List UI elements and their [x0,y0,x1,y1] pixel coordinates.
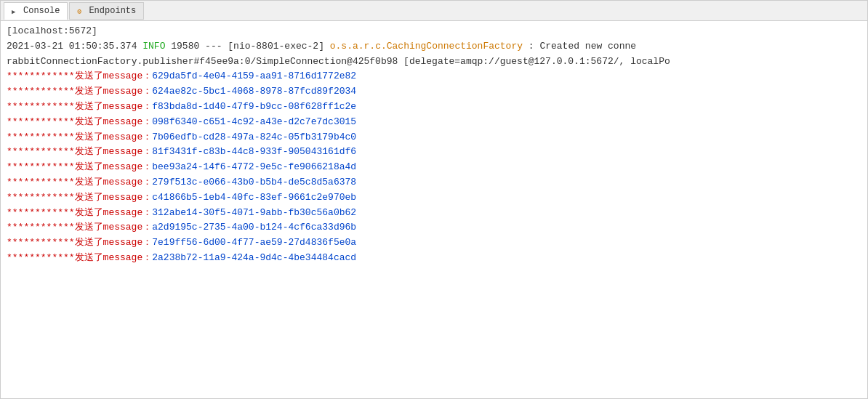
tab-console[interactable]: Console [4,2,68,20]
log-separator: --- [205,41,228,52]
message-line-6: ************发送了message：bee93a24-14f6-477… [7,160,861,175]
message-uuid-8: c41866b5-1eb4-40fc-83ef-9661c2e970eb [152,192,356,203]
message-uuid-0: 629da5fd-4e04-4159-aa91-8716d1772e82 [152,70,356,81]
message-prefix-6: ************发送了message： [7,161,152,172]
message-prefix-1: ************发送了message： [7,86,152,97]
message-uuid-12: 2a238b72-11a9-424a-9d4c-4be34484cacd [152,252,356,263]
message-line-7: ************发送了message：279f513c-e066-43b… [7,175,861,190]
message-line-3: ************发送了message：098f6340-c651-4c9… [7,115,861,130]
message-line-10: ************发送了message：a2d9195c-2735-4a0… [7,220,861,235]
message-prefix-0: ************发送了message： [7,70,152,81]
message-uuid-3: 098f6340-c651-4c92-a43e-d2c7e7dc3015 [152,116,356,127]
message-line-9: ************发送了message：312abe14-30f5-407… [7,206,861,221]
tab-console-label: Console [23,6,60,16]
message-uuid-1: 624ae82c-5bc1-4068-8978-87fcd89f2034 [152,86,356,97]
message-line-0: ************发送了message：629da5fd-4e04-415… [7,69,861,84]
endpoints-icon [77,7,86,15]
message-uuid-9: 312abe14-30f5-4071-9abb-fb30c56a0b62 [152,207,356,218]
tab-endpoints-label: Endpoints [89,6,136,16]
log-level: INFO [142,41,171,52]
message-prefix-8: ************发送了message： [7,192,152,203]
main-window: Console Endpoints [localhost:5672] 2021-… [0,0,868,399]
message-line-5: ************发送了message：81f3431f-c83b-44c… [7,145,861,160]
tab-bar: Console Endpoints [1,1,867,21]
message-line-8: ************发送了message：c41866b5-1eb4-40f… [7,190,861,206]
message-prefix-7: ************发送了message： [7,177,152,188]
log-pid: 19580 [171,41,199,52]
message-line-4: ************发送了message：7b06edfb-cd28-497… [7,130,861,145]
message-prefix-4: ************发送了message： [7,132,152,142]
message-uuid-10: a2d9195c-2735-4a00-b124-4cf6ca33d96b [152,222,356,233]
log-timestamp: 2021-03-21 01:50:35.374 [7,41,137,52]
message-line-12: ************发送了message：2a238b72-11a9-424… [7,251,861,266]
message-prefix-10: ************发送了message： [7,222,152,233]
message-prefix-9: ************发送了message： [7,207,152,218]
message-prefix-3: ************发送了message： [7,116,152,127]
message-uuid-6: bee93a24-14f6-4772-9e5c-fe9066218a4d [152,161,356,172]
message-prefix-5: ************发送了message： [7,146,152,157]
log-thread: [nio-8801-exec-2] [228,41,324,52]
log-created-text: : Created new conne [529,41,636,52]
console-icon [12,7,20,15]
message-prefix-11: ************发送了message： [7,237,152,248]
localhost-line: [localhost:5672] [7,24,861,39]
message-prefix-2: ************发送了message： [7,101,152,112]
continuation-line: rabbitConnectionFactory.publisher#f45ee9… [7,55,861,70]
tab-endpoints[interactable]: Endpoints [69,2,144,20]
message-prefix-12: ************发送了message： [7,252,152,263]
message-line-11: ************发送了message：7e19ff56-6d00-4f7… [7,235,861,251]
message-uuid-7: 279f513c-e066-43b0-b5b4-de5c8d5a6378 [152,177,356,188]
log-class: o.s.a.r.c.CachingConnectionFactory [330,41,523,52]
message-uuid-5: 81f3431f-c83b-44c8-933f-905043161df6 [152,146,356,157]
message-line-2: ************发送了message：f83bda8d-1d40-47f… [7,100,861,115]
message-uuid-11: 7e19ff56-6d00-4f77-ae59-27d4836f5e0a [152,237,356,248]
message-uuid-4: 7b06edfb-cd28-497a-824c-05fb3179b4c0 [152,132,356,142]
localhost-text: [localhost:5672] [7,25,97,36]
message-uuid-2: f83bda8d-1d40-47f9-b9cc-08f628ff1c2e [152,101,356,112]
messages-container: ************发送了message：629da5fd-4e04-415… [7,69,861,265]
log-line: 2021-03-21 01:50:35.374 INFO 19580 --- [… [7,39,861,55]
message-line-1: ************发送了message：624ae82c-5bc1-406… [7,84,861,100]
console-output: [localhost:5672] 2021-03-21 01:50:35.374… [1,21,867,398]
